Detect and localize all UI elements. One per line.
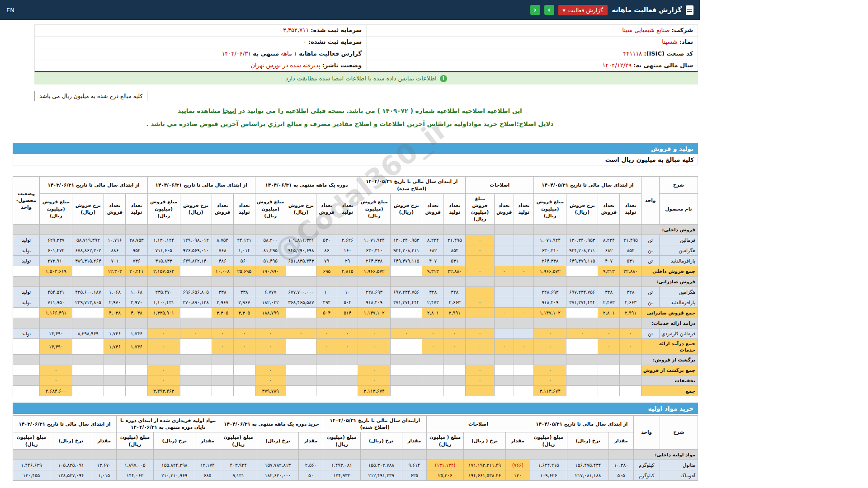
table-cell: ۱۰ — [337, 286, 358, 297]
table-cell: ۹۱۸,۴۰۹ — [534, 297, 566, 307]
table-cell — [444, 224, 466, 235]
table-cell — [233, 355, 255, 365]
table-cell — [72, 318, 104, 328]
table-cell: ۰ — [286, 328, 316, 338]
table-cell: ۵۸,۲۰۰ — [255, 235, 286, 245]
company-info-left-cell: سرمایه ثبت نشده: ۰ — [35, 37, 366, 48]
table-cell: ۰ — [147, 338, 180, 354]
amounts-unit-box: کلیه مبالغ درج شده به میلیون ریال می باش… — [34, 91, 147, 101]
table-cell: ۳۷۰,۸۹۰,۱۲۸ — [180, 297, 212, 307]
column-header: مبلغ فروش (میلیون ریال) — [147, 193, 180, 224]
table-cell — [212, 276, 233, 286]
table-cell — [534, 224, 566, 235]
table-cell: ۶۹۷,۲۳۴,۷۵۶ — [566, 286, 598, 297]
table-cell — [620, 318, 642, 328]
table-cell: ۹,۱۳۱ — [220, 470, 257, 480]
table-cell — [422, 318, 444, 328]
table-cell — [255, 355, 286, 365]
section-header-sales: تولید و فروش — [13, 143, 698, 154]
company-info-right-cell: نماد: شسینا — [366, 37, 698, 48]
company-info-right-cell: شرکت: صنایع شیمیایی سینا — [366, 25, 698, 36]
signed-info-bar: i اطلاعات نمایش داده شده با اطلاعات امضا… — [34, 72, 698, 84]
info-label: سال مالی منتهی به: — [633, 62, 693, 69]
table-cell: ۳۶۸,۴۶۵,۵۸۷ — [286, 297, 316, 307]
table-cell: ۲۷۲,۹۱۰ — [40, 255, 72, 266]
table-cell — [104, 276, 126, 286]
table-cell: ۱۵۷,۷۸۲,۸۱۳ — [257, 460, 298, 470]
table-cell: ۱,۴۴۶,۶۲۹ — [13, 460, 50, 470]
table-cell — [255, 224, 286, 235]
table-cell — [286, 307, 316, 318]
table-cell: ۳,۳۰۵ — [212, 307, 233, 318]
table-cell — [180, 224, 212, 235]
table-cell — [257, 449, 298, 460]
table-cell: ۰ — [422, 338, 444, 354]
table-cell: ۱۰۹,۶۲۶ — [530, 470, 567, 480]
table-cell: ۱۷۱,۱۹۳,۲۱۱.۴۹ — [464, 460, 505, 470]
table-cell: ۰ — [534, 365, 566, 375]
row-label: جمع — [642, 386, 698, 396]
status-cell: تولید — [13, 235, 40, 245]
table-cell — [212, 224, 233, 235]
report-type-dropdown[interactable]: گزارش فعالیت ▾ — [558, 5, 608, 15]
next-report-button[interactable]: › — [544, 5, 554, 15]
prev-report-button[interactable]: ‹ — [530, 5, 540, 15]
table-cell — [422, 276, 444, 286]
table-cell: ۲۴,۱۲۱ — [233, 235, 255, 245]
language-toggle[interactable]: EN — [6, 7, 14, 14]
table-cell: ۶۰۱,۴۷۲ — [40, 245, 72, 255]
table-cell — [180, 365, 212, 375]
table-cell: ۸,۲۲۴ — [598, 235, 620, 245]
row-label: متانول — [660, 460, 698, 470]
column-header: مبلغ (میلیون ریال) — [530, 432, 567, 449]
company-info-right-cell: کد صنعت (ISIC): ۴۴۱۱۱۸ — [366, 48, 698, 60]
table-cell: ۰ — [391, 328, 422, 338]
unit-cell: تن — [642, 235, 659, 245]
table-cell — [212, 355, 233, 365]
table-cell — [72, 266, 104, 276]
table-cell — [72, 276, 104, 286]
info-label: شرکت: — [672, 27, 693, 33]
status-cell: تولید — [13, 328, 40, 338]
table-cell — [104, 318, 126, 328]
table-cell — [337, 276, 358, 286]
table-cell — [316, 355, 337, 365]
amendment-text-end: مشاهده نمایید — [178, 107, 221, 114]
column-header: تعداد فروش — [422, 193, 444, 224]
column-header: مبلغ فروش (میلیون ریال) — [466, 193, 494, 224]
info-value: پذیرفته شده در بورس تهران — [251, 62, 321, 69]
column-header: مبلغ فروش (میلیون ریال) — [534, 193, 566, 224]
table-cell: ۲,۸۰۱ — [598, 307, 620, 318]
row-label: فرمالین — [659, 235, 698, 245]
table-row: پارافرمالدئیدتن۵۳۱۴۰۷۶۴۹,۴۷۹,۱۱۵۲۶۴,۳۳۸۰… — [13, 255, 698, 266]
header-group-row: شرحواحداز ابتدای سال مالی تا تاریخ ۱۴۰۴/… — [13, 177, 698, 193]
table-cell: ۱,۱۴۷,۱۰۲ — [358, 307, 391, 318]
table-cell — [466, 318, 494, 328]
table-cell: ۷۱۱,۹۵۰ — [40, 297, 72, 307]
table-cell — [566, 224, 598, 235]
table-cell — [566, 355, 598, 365]
row-label: فروش صادراتی: — [642, 276, 698, 286]
table-cell: ۶۴۹,۴۷۹,۱۱۵ — [391, 255, 422, 266]
table-cell — [494, 375, 514, 386]
table-cell — [104, 224, 126, 235]
table-cell — [147, 318, 180, 328]
table-cell: ۳۲۸ — [444, 286, 466, 297]
table-cell — [72, 224, 104, 235]
report-type-label: گزارش فعالیت — [568, 7, 603, 14]
table-cell: ۵۰۵ — [609, 470, 633, 480]
table-cell — [444, 365, 466, 375]
column-header: مواد اولیه خریداری شده از ابتدای دوره تا… — [116, 416, 220, 432]
info-value: ۴۴۱۱۱۸ — [623, 50, 642, 57]
previous-version-link[interactable]: اینجا — [223, 107, 236, 114]
table-cell — [391, 266, 422, 276]
table-cell: ۱,۶۲۴,۲۱۵ — [530, 460, 567, 470]
status-cell — [13, 355, 40, 365]
info-value: ۱۴۰۴/۰۶/۳۱ — [222, 50, 251, 57]
table-row: آمونیاککیلوگرم۵۰۵۲۱۷,۰۸۱,۱۸۸۱۰۹,۶۲۶۱۳۰۱۹… — [13, 470, 698, 480]
table-cell — [212, 386, 233, 396]
table-cell — [464, 449, 505, 460]
table-cell: ۱۲۹,۰۹۸,۰۱۲ — [180, 235, 212, 245]
table-cell — [92, 449, 116, 460]
table-cell: ۰ — [514, 338, 534, 354]
